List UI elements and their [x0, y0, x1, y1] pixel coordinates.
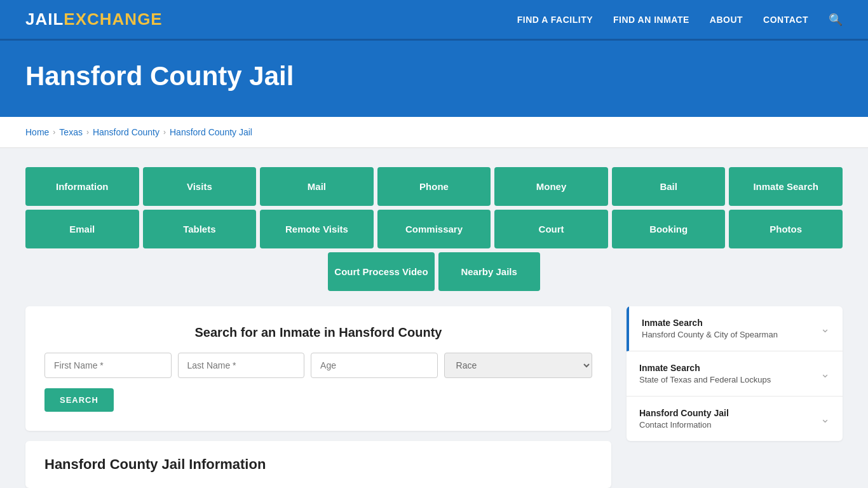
btn-mail[interactable]: Mail	[260, 167, 374, 206]
inmate-search-box: Search for an Inmate in Hansford County …	[25, 306, 611, 431]
chevron-down-icon-2: ⌄	[820, 367, 830, 381]
nav-links: FIND A FACILITY FIND AN INMATE ABOUT CON…	[517, 13, 843, 27]
right-sidebar: Inmate Search Hansford County & City of …	[627, 306, 843, 488]
breadcrumb-texas[interactable]: Texas	[59, 127, 83, 137]
grid-row-3: Court Process Video Nearby Jails	[25, 252, 843, 291]
breadcrumb-sep-1: ›	[53, 128, 55, 137]
btn-tablets[interactable]: Tablets	[143, 210, 257, 248]
two-column-layout: Search for an Inmate in Hansford County …	[25, 306, 843, 488]
breadcrumb-sep-3: ›	[163, 128, 166, 137]
search-icon[interactable]: 🔍	[829, 13, 843, 27]
btn-phone[interactable]: Phone	[377, 167, 491, 206]
page-title: Hansford County Jail	[25, 61, 843, 92]
nav-find-inmate[interactable]: FIND AN INMATE	[613, 15, 689, 25]
sidebar-item-state-title: Inmate Search	[639, 363, 814, 373]
first-name-input[interactable]	[44, 353, 172, 378]
info-section: Hansford County Jail Information	[25, 441, 611, 488]
sidebar-item-contact-sub: Contact Information	[639, 420, 814, 430]
navbar: JAIL EXCHANGE FIND A FACILITY FIND AN IN…	[0, 0, 868, 41]
breadcrumb-home[interactable]: Home	[25, 127, 49, 137]
logo[interactable]: JAIL EXCHANGE	[25, 10, 163, 29]
btn-remote-visits[interactable]: Remote Visits	[260, 210, 374, 248]
sidebar-item-contact-info[interactable]: Hansford County Jail Contact Information…	[627, 396, 843, 441]
last-name-input[interactable]	[178, 353, 305, 378]
btn-visits[interactable]: Visits	[143, 167, 257, 206]
sidebar-item-local-sub: Hansford County & City of Spearman	[642, 330, 814, 339]
btn-nearby-jails[interactable]: Nearby Jails	[438, 252, 540, 291]
btn-bail[interactable]: Bail	[612, 167, 726, 206]
sidebar-item-state-sub: State of Texas and Federal Lockups	[639, 375, 814, 384]
search-title: Search for an Inmate in Hansford County	[44, 325, 592, 340]
info-title: Hansford County Jail Information	[44, 456, 592, 473]
btn-booking[interactable]: Booking	[612, 210, 726, 248]
btn-court[interactable]: Court	[494, 210, 608, 248]
sidebar-item-contact-title: Hansford County Jail	[639, 408, 814, 418]
sidebar-item-inmate-search-local[interactable]: Inmate Search Hansford County & City of …	[627, 306, 843, 351]
breadcrumb-hansford-county[interactable]: Hansford County	[93, 127, 159, 137]
nav-about[interactable]: ABOUT	[710, 15, 743, 25]
btn-email[interactable]: Email	[25, 210, 139, 248]
grid-row-2: Email Tablets Remote Visits Commissary C…	[25, 210, 843, 248]
nav-contact[interactable]: CONTACT	[763, 15, 808, 25]
main-content: Information Visits Mail Phone Money Bail…	[0, 148, 868, 488]
race-select[interactable]: Race White Black Hispanic Asian Other	[444, 353, 592, 378]
left-column: Search for an Inmate in Hansford County …	[25, 306, 611, 488]
chevron-down-icon-3: ⌄	[820, 412, 830, 426]
btn-money[interactable]: Money	[494, 167, 608, 206]
breadcrumb-current: Hansford County Jail	[170, 127, 252, 137]
logo-exchange: EXCHANGE	[64, 10, 162, 29]
breadcrumb-sep-2: ›	[86, 128, 89, 137]
nav-find-facility[interactable]: FIND A FACILITY	[517, 15, 593, 25]
age-input[interactable]	[311, 353, 438, 378]
chevron-down-icon: ⌄	[820, 322, 830, 336]
search-inputs: Race White Black Hispanic Asian Other	[44, 353, 592, 378]
sidebar-card: Inmate Search Hansford County & City of …	[627, 306, 843, 441]
search-button[interactable]: SEARCH	[44, 388, 114, 412]
hero-banner: Hansford County Jail	[0, 41, 868, 117]
sidebar-item-local-title: Inmate Search	[642, 318, 814, 328]
grid-row-1: Information Visits Mail Phone Money Bail…	[25, 167, 843, 206]
btn-court-process-video[interactable]: Court Process Video	[328, 252, 434, 291]
sidebar-item-inmate-search-state[interactable]: Inmate Search State of Texas and Federal…	[627, 351, 843, 396]
btn-inmate-search[interactable]: Inmate Search	[729, 167, 843, 206]
btn-commissary[interactable]: Commissary	[377, 210, 491, 248]
logo-jail: JAIL	[25, 10, 64, 29]
btn-information[interactable]: Information	[25, 167, 139, 206]
breadcrumb: Home › Texas › Hansford County › Hansfor…	[0, 117, 868, 148]
btn-photos[interactable]: Photos	[729, 210, 843, 248]
